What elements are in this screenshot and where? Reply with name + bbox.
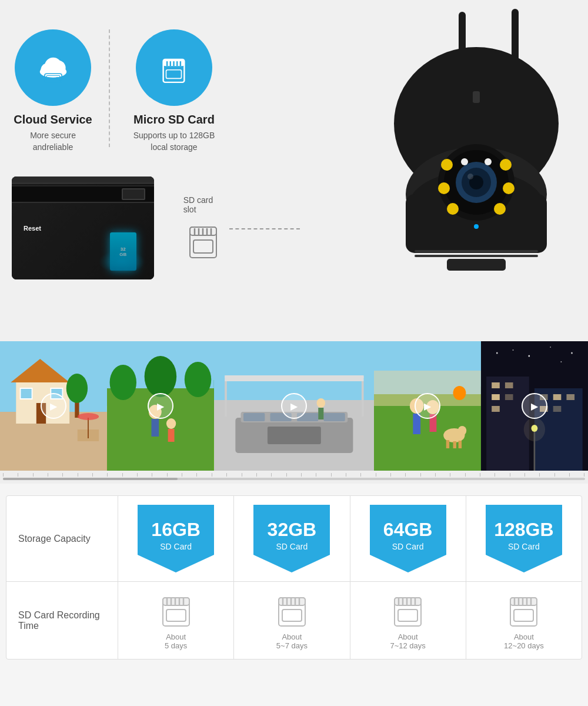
play-button-family[interactable]: ▶ bbox=[148, 393, 173, 419]
play-button-night[interactable]: ▶ bbox=[522, 393, 547, 419]
camera-svg bbox=[329, 6, 576, 288]
badge-16gb-label: SD Card bbox=[160, 542, 192, 551]
svg-rect-14 bbox=[166, 69, 182, 78]
svg-rect-109 bbox=[505, 394, 513, 400]
play-button-house[interactable]: ▶ bbox=[41, 393, 66, 419]
svg-rect-47 bbox=[447, 259, 506, 271]
svg-rect-83 bbox=[318, 408, 323, 419]
cap-cell-32gb: 32GB SD Card bbox=[234, 496, 350, 581]
badge-32gb-label: SD Card bbox=[276, 542, 308, 551]
recording-time-row: SD Card Recording Time About 5 days bbox=[6, 582, 582, 659]
storage-capacity-row: Storage Capacity 16GB SD Card bbox=[6, 496, 582, 582]
svg-rect-106 bbox=[492, 382, 500, 388]
video-thumb-terrace[interactable]: ▶ bbox=[214, 341, 375, 471]
sdcard-icon-4 bbox=[507, 591, 540, 629]
sdcard-icon bbox=[155, 49, 193, 87]
svg-point-37 bbox=[441, 159, 453, 171]
sd-option: Micro SD Card Supports up to 128GB local… bbox=[125, 29, 223, 153]
play-button-couple[interactable]: ▶ bbox=[415, 393, 440, 419]
svg-point-87 bbox=[453, 386, 466, 400]
svg-point-44 bbox=[485, 158, 492, 165]
svg-point-43 bbox=[461, 158, 468, 165]
svg-point-41 bbox=[447, 203, 459, 215]
svg-point-102 bbox=[571, 352, 573, 354]
recording-label-text: SD Card Recording Time bbox=[18, 610, 106, 631]
svg-point-59 bbox=[78, 413, 99, 420]
svg-rect-112 bbox=[553, 394, 562, 400]
storage-capacity-label: Storage Capacity bbox=[6, 496, 118, 581]
sdcard-icon-circle bbox=[136, 29, 212, 106]
cloud-title: Cloud Service bbox=[14, 113, 92, 126]
video-thumb-couple[interactable]: ▶ bbox=[374, 341, 481, 471]
svg-rect-146 bbox=[398, 610, 417, 621]
svg-point-62 bbox=[109, 365, 136, 400]
progress-bar-area bbox=[0, 471, 588, 484]
svg-point-3 bbox=[44, 57, 61, 74]
recording-time-label: SD Card Recording Time bbox=[6, 582, 118, 659]
svg-point-6 bbox=[56, 76, 58, 78]
svg-point-117 bbox=[532, 425, 538, 432]
badge-16gb-size: 16GB bbox=[151, 520, 201, 539]
capacity-section: Storage Capacity 16GB SD Card bbox=[6, 495, 582, 660]
svg-point-101 bbox=[550, 347, 551, 348]
svg-point-82 bbox=[316, 398, 325, 408]
svg-point-38 bbox=[500, 159, 512, 171]
svg-rect-94 bbox=[446, 440, 449, 448]
recording-about-1: About bbox=[166, 632, 186, 641]
svg-rect-53 bbox=[21, 388, 32, 399]
svg-point-45 bbox=[474, 224, 479, 229]
recording-cell-4: About 12~20 days bbox=[466, 582, 582, 659]
video-thumb-family[interactable]: ▶ bbox=[107, 341, 214, 471]
cap-cell-16gb: 16GB SD Card bbox=[118, 496, 234, 581]
svg-rect-138 bbox=[282, 610, 302, 621]
svg-point-39 bbox=[438, 182, 450, 194]
badge-32gb: 32GB SD Card bbox=[253, 505, 330, 572]
svg-point-64 bbox=[144, 356, 176, 397]
top-section: Cloud Service More secure andreliable bbox=[0, 0, 588, 341]
svg-rect-96 bbox=[459, 441, 462, 448]
svg-rect-22 bbox=[193, 240, 213, 253]
badge-32gb-size: 32GB bbox=[268, 520, 317, 539]
svg-rect-115 bbox=[553, 406, 562, 412]
svg-point-99 bbox=[513, 349, 514, 351]
recording-about-3: About bbox=[398, 632, 418, 641]
badge-128gb-size: 128GB bbox=[494, 520, 553, 539]
camera-image bbox=[329, 6, 576, 288]
svg-rect-66 bbox=[151, 419, 159, 437]
cloud-icon bbox=[34, 49, 72, 87]
svg-point-100 bbox=[529, 355, 530, 357]
sdcard-outline-icon bbox=[187, 220, 219, 261]
recording-about-4: About bbox=[514, 632, 534, 641]
svg-point-42 bbox=[494, 203, 506, 215]
svg-point-63 bbox=[185, 362, 211, 397]
storage-capacity-cells: 16GB SD Card 32GB SD Card bbox=[118, 496, 582, 581]
cloud-option: Cloud Service More secure andreliable bbox=[12, 29, 100, 153]
svg-point-93 bbox=[458, 426, 467, 435]
cap-cell-128gb: 128GB SD Card bbox=[466, 496, 582, 581]
video-thumb-night[interactable]: ▶ bbox=[481, 341, 588, 471]
svg-rect-30 bbox=[415, 255, 538, 257]
svg-rect-73 bbox=[362, 381, 364, 417]
sdcard-icon-2 bbox=[276, 591, 308, 629]
recording-days-1: 5 days bbox=[165, 641, 187, 650]
svg-rect-154 bbox=[514, 610, 533, 621]
svg-point-98 bbox=[496, 352, 498, 354]
svg-rect-108 bbox=[492, 394, 500, 400]
storage-options: Cloud Service More secure andreliable bbox=[12, 18, 223, 279]
svg-rect-68 bbox=[168, 429, 174, 442]
badge-64gb-size: 64GB bbox=[383, 520, 433, 539]
cloud-icon-circle bbox=[15, 29, 91, 106]
play-button-terrace[interactable]: ▶ bbox=[281, 393, 307, 419]
recording-cell-2: About 5~7 days bbox=[234, 582, 350, 659]
sdslot-label: SD card slot bbox=[183, 195, 223, 214]
recording-about-2: About bbox=[282, 632, 302, 641]
recording-time-cells: About 5 days About 5~7 days bbox=[118, 582, 582, 659]
badge-64gb-label: SD Card bbox=[392, 542, 424, 551]
recording-cell-3: About 7~12 days bbox=[350, 582, 466, 659]
storage-label-text: Storage Capacity bbox=[18, 534, 91, 544]
svg-rect-80 bbox=[323, 413, 345, 421]
sdcard-icon-3 bbox=[392, 591, 424, 629]
video-thumb-house[interactable]: ▶ bbox=[0, 341, 107, 471]
badge-128gb-label: SD Card bbox=[508, 542, 540, 551]
svg-rect-29 bbox=[415, 250, 538, 252]
